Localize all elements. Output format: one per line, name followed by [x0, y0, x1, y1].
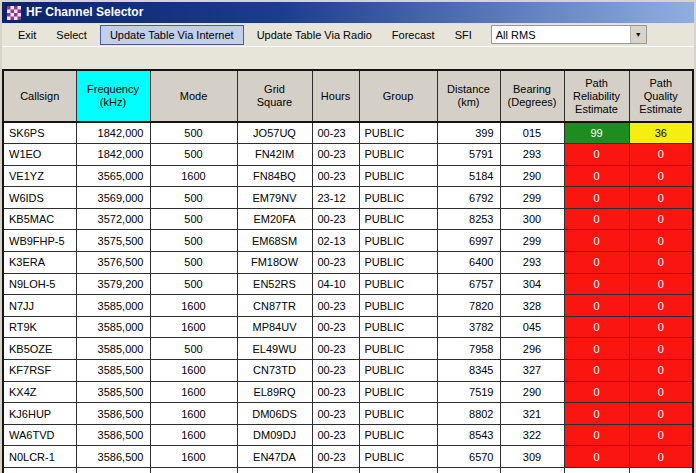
- cell-grid_square[interactable]: EL49WU: [237, 338, 312, 360]
- cell-group[interactable]: PUBLIC: [359, 295, 437, 317]
- cell-mode[interactable]: 500: [150, 273, 237, 295]
- cell-frequency_khz[interactable]: 1842,000: [76, 122, 150, 144]
- cell-path_reliability[interactable]: 0: [564, 187, 629, 209]
- cell-distance_km[interactable]: 6792: [437, 187, 500, 209]
- cell-hours[interactable]: 00-23: [312, 165, 359, 187]
- cell-bearing_deg[interactable]: 300: [500, 208, 564, 230]
- cell-frequency_khz[interactable]: 3579,200: [76, 273, 150, 295]
- cell-bearing_deg[interactable]: 290: [500, 381, 564, 403]
- cell-frequency_khz[interactable]: 3585,500: [76, 360, 150, 382]
- cell-path_reliability[interactable]: 0: [564, 208, 629, 230]
- cell-path_quality[interactable]: 0: [629, 338, 693, 360]
- cell-distance_km[interactable]: 6997: [437, 230, 500, 252]
- cell-grid_square[interactable]: EN47DA: [237, 446, 312, 468]
- cell-group[interactable]: PUBLIC: [359, 446, 437, 468]
- cell-hours[interactable]: 00-23: [312, 446, 359, 468]
- cell-hours[interactable]: 00-23: [312, 122, 359, 144]
- cell-path_quality[interactable]: 0: [629, 360, 693, 382]
- cell-group[interactable]: PUBLIC: [359, 338, 437, 360]
- cell-path_quality[interactable]: 0: [629, 403, 693, 425]
- cell-distance_km[interactable]: 3782: [437, 316, 500, 338]
- cell-path_reliability[interactable]: 0: [564, 273, 629, 295]
- cell-distance_km[interactable]: 8253: [437, 208, 500, 230]
- cell-bearing_deg[interactable]: 293: [500, 144, 564, 166]
- cell-group[interactable]: PUBLIC: [359, 230, 437, 252]
- cell-distance_km[interactable]: 399: [437, 122, 500, 144]
- cell-bearing_deg[interactable]: 304: [500, 273, 564, 295]
- cell-distance_km[interactable]: 8543: [437, 424, 500, 446]
- cell-path_reliability[interactable]: 0: [564, 230, 629, 252]
- menu-item-sfi[interactable]: SFI: [445, 25, 482, 45]
- table-row[interactable]: SK6PS1842,000500JO57UQ00-23PUBLIC3990159…: [3, 122, 693, 144]
- table-row[interactable]: W1EO1842,000500FN42IM00-23PUBLIC57912930…: [3, 144, 693, 166]
- cell-callsign[interactable]: N9LOH-5: [3, 273, 76, 295]
- cell-path_quality[interactable]: 0: [629, 446, 693, 468]
- cell-group[interactable]: PUBLIC: [359, 360, 437, 382]
- cell-mode[interactable]: 1600: [150, 446, 237, 468]
- cell-mode[interactable]: 500: [150, 252, 237, 274]
- cell-bearing_deg[interactable]: 293: [500, 252, 564, 274]
- table-row[interactable]: VE1YZ3565,0001600FN84BQ00-23PUBLIC518429…: [3, 165, 693, 187]
- cell-frequency_khz[interactable]: 3586,500: [76, 424, 150, 446]
- menu-item-forecast[interactable]: Forecast: [382, 25, 445, 45]
- cell-bearing_deg[interactable]: 299: [500, 187, 564, 209]
- cell-frequency_khz[interactable]: 3586,500: [76, 403, 150, 425]
- cell-callsign[interactable]: VE1YZ: [3, 165, 76, 187]
- column-header-frequency_khz[interactable]: Frequency (kHz): [76, 70, 150, 122]
- cell-callsign[interactable]: N7JJ: [3, 295, 76, 317]
- cell-grid_square[interactable]: EM68SM: [237, 230, 312, 252]
- cell-path_quality[interactable]: 0: [629, 316, 693, 338]
- cell-path_reliability[interactable]: 0: [564, 403, 629, 425]
- menu-item-select[interactable]: Select: [46, 25, 97, 45]
- cell-distance_km[interactable]: 7820: [437, 295, 500, 317]
- cell-hours[interactable]: 23-12: [312, 187, 359, 209]
- cell-distance_km[interactable]: 6570: [437, 446, 500, 468]
- cell-callsign[interactable]: KX4Z: [3, 381, 76, 403]
- cell-group[interactable]: PUBLIC: [359, 144, 437, 166]
- column-header-hours[interactable]: Hours: [312, 70, 359, 122]
- cell-mode[interactable]: 500: [150, 122, 237, 144]
- cell-group[interactable]: PUBLIC: [359, 165, 437, 187]
- cell-callsign[interactable]: WB9FHP-5: [3, 230, 76, 252]
- cell-path_quality[interactable]: 36: [629, 122, 693, 144]
- cell-bearing_deg[interactable]: 322: [500, 424, 564, 446]
- cell-path_reliability[interactable]: 0: [564, 381, 629, 403]
- menu-item-update-table-via-radio[interactable]: Update Table Via Radio: [247, 25, 382, 45]
- table-row[interactable]: N0LCR-13586,5001600EN47DA00-23PUBLIC6570…: [3, 446, 693, 468]
- app-icon[interactable]: [7, 6, 21, 20]
- column-header-grid_square[interactable]: Grid Square: [237, 70, 312, 122]
- cell-frequency_khz[interactable]: 3586,500: [76, 446, 150, 468]
- cell-grid_square[interactable]: MP84UV: [237, 316, 312, 338]
- cell-hours[interactable]: 04-10: [312, 273, 359, 295]
- cell-path_reliability[interactable]: 0: [564, 446, 629, 468]
- cell-mode[interactable]: 1600: [150, 403, 237, 425]
- cell-path_reliability[interactable]: 99: [564, 122, 629, 144]
- column-header-distance_km[interactable]: Distance (km): [437, 70, 500, 122]
- cell-group[interactable]: PUBLIC: [359, 381, 437, 403]
- cell-path_reliability[interactable]: 0: [564, 316, 629, 338]
- cell-grid_square[interactable]: DM06DS: [237, 403, 312, 425]
- cell-mode[interactable]: 500: [150, 208, 237, 230]
- cell-path_quality[interactable]: 0: [629, 165, 693, 187]
- cell-callsign[interactable]: KJ6HUP: [3, 403, 76, 425]
- cell-path_quality[interactable]: 0: [629, 230, 693, 252]
- table-row[interactable]: KX4Z3585,5001600EL89RQ00-23PUBLIC7519290…: [3, 381, 693, 403]
- rms-filter-combobox[interactable]: All RMS ▼: [491, 25, 647, 44]
- cell-mode[interactable]: 1600: [150, 424, 237, 446]
- cell-grid_square[interactable]: CN87TR: [237, 295, 312, 317]
- cell-mode[interactable]: 500: [150, 230, 237, 252]
- cell-grid_square[interactable]: CN73TD: [237, 360, 312, 382]
- cell-group[interactable]: PUBLIC: [359, 187, 437, 209]
- table-row[interactable]: KJ6HUP3586,5001600DM06DS00-23PUBLIC88023…: [3, 403, 693, 425]
- cell-frequency_khz[interactable]: 3576,500: [76, 252, 150, 274]
- cell-grid_square[interactable]: EM20FA: [237, 208, 312, 230]
- cell-callsign[interactable]: SK6PS: [3, 122, 76, 144]
- cell-path_reliability[interactable]: 0: [564, 252, 629, 274]
- cell-mode[interactable]: 1600: [150, 165, 237, 187]
- cell-path_reliability[interactable]: 0: [564, 424, 629, 446]
- column-header-path_reliability[interactable]: Path Reliability Estimate: [564, 70, 629, 122]
- cell-group[interactable]: PUBLIC: [359, 208, 437, 230]
- cell-path_quality[interactable]: 0: [629, 295, 693, 317]
- cell-bearing_deg[interactable]: 045: [500, 316, 564, 338]
- cell-distance_km[interactable]: 5184: [437, 165, 500, 187]
